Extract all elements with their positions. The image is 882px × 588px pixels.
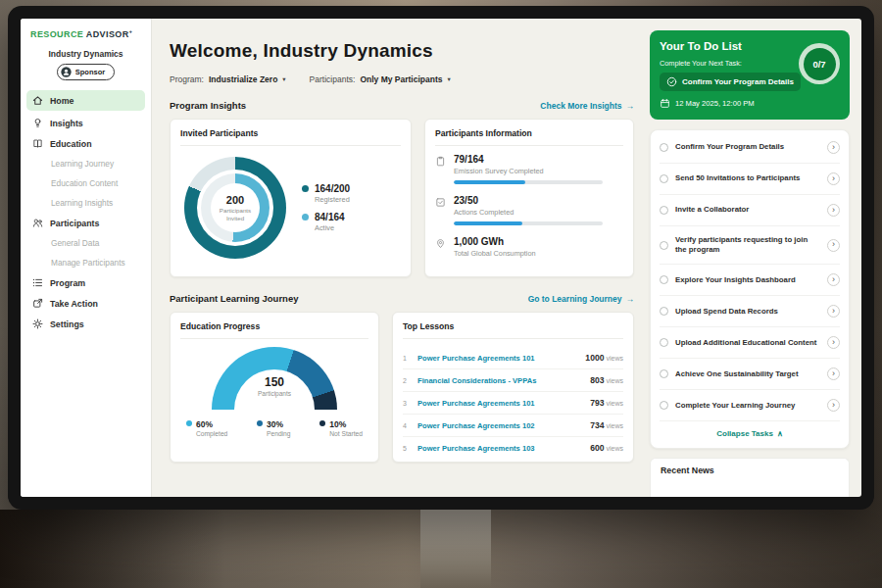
lesson-link[interactable]: Power Purchase Agreements 101: [417, 354, 578, 363]
org-name: Industry Dynamics: [21, 49, 151, 59]
sidebar-item-label: Settings: [50, 319, 84, 329]
collapse-tasks-link[interactable]: Collapse Tasks ∧: [660, 421, 840, 443]
task-row-upload-spend-data[interactable]: Upload Spend Data Records ›: [660, 296, 840, 327]
sidebar-item-learning-insights[interactable]: Learning Insights: [21, 193, 151, 213]
sidebar-item-learning-journey[interactable]: Learning Journey: [21, 154, 151, 173]
consumption-row: 1,000 GWh Total Global Consumption: [435, 236, 623, 263]
task-checkbox[interactable]: [660, 369, 668, 378]
chevron-right-icon[interactable]: ›: [827, 368, 840, 380]
task-checkbox[interactable]: [660, 206, 668, 215]
metric-label: Emission Survey Completed: [454, 167, 603, 175]
actions-completed-row: 23/50 Actions Completed: [435, 195, 623, 225]
lesson-link[interactable]: Power Purchase Agreements 103: [417, 444, 583, 453]
sidebar-item-label: Education: [50, 139, 92, 149]
sidebar-nav: Home Insights Education Learning Journey…: [21, 90, 151, 334]
progress-track: [454, 180, 603, 184]
donut-legend-dot: [302, 185, 309, 192]
chevron-right-icon[interactable]: ›: [827, 305, 840, 318]
legend-value: 164/200: [315, 183, 350, 194]
chevron-up-icon: ∧: [777, 429, 783, 438]
page-title: Welcome, Industry Dynamics: [170, 40, 634, 62]
chevron-down-icon: ▾: [447, 75, 450, 83]
task-row-upload-educational-content[interactable]: Upload Additional Educational Content ›: [660, 327, 840, 359]
sidebar-item-insights[interactable]: Insights: [21, 113, 151, 133]
logo-part1: RESOURCE: [30, 29, 83, 39]
task-row-invite-collaborator[interactable]: Invite a Collaborator ›: [660, 195, 840, 226]
participants-filter[interactable]: Participants: Only My Participants ▾: [310, 74, 451, 84]
task-checkbox[interactable]: [660, 241, 668, 250]
section-title-learning-journey: Participant Learning Journey: [170, 293, 298, 304]
task-checkbox[interactable]: [660, 143, 668, 152]
desk-shadow: [0, 510, 225, 588]
donut-legend-dot: [302, 214, 309, 220]
sidebar-item-education[interactable]: Education: [21, 133, 151, 154]
sidebar-item-settings[interactable]: Settings: [21, 314, 151, 334]
task-label: Upload Additional Educational Content: [675, 338, 820, 348]
legend-label: Completed: [196, 430, 227, 437]
sidebar-item-label: Home: [50, 96, 74, 106]
task-row-confirm-program[interactable]: Confirm Your Program Details ›: [660, 132, 840, 164]
sidebar: RESOURCE ADVISOR+ Industry Dynamics Spon…: [21, 19, 152, 497]
chevron-right-icon[interactable]: ›: [827, 399, 840, 412]
sidebar-item-label: Manage Participants: [51, 258, 125, 268]
task-row-complete-learning-journey[interactable]: Complete Your Learning Journey ›: [660, 390, 840, 421]
chevron-right-icon[interactable]: ›: [827, 336, 840, 349]
participants-filter-label: Participants:: [310, 74, 356, 84]
task-checkbox[interactable]: [660, 338, 668, 347]
location-pin-icon: [435, 238, 446, 249]
lesson-link[interactable]: Power Purchase Agreements 102: [417, 421, 583, 430]
sidebar-item-participants[interactable]: Participants: [21, 213, 151, 233]
sidebar-item-take-action[interactable]: Take Action: [21, 293, 151, 314]
sponsor-label: Sponsor: [75, 68, 105, 76]
card-title: Participants Information: [435, 128, 623, 146]
task-row-explore-insights[interactable]: Explore Your Insights Dashboard ›: [660, 265, 840, 296]
clipboard-icon: [435, 156, 446, 167]
participants-filter-value: Only My Participants: [360, 74, 442, 84]
sidebar-item-manage-participants[interactable]: Manage Participants: [21, 253, 151, 272]
lesson-link[interactable]: Financial Considerations - VPPAs: [417, 376, 583, 385]
sidebar-item-program[interactable]: Program: [21, 272, 151, 293]
sponsor-badge[interactable]: Sponsor: [57, 64, 115, 80]
task-label: Verify participants requesting to join t…: [675, 235, 820, 255]
lesson-views: 600views: [590, 443, 623, 453]
task-row-verify-participants[interactable]: Verify participants requesting to join t…: [660, 226, 840, 265]
legend-label: Not Started: [329, 430, 363, 437]
avatar-icon: [61, 67, 72, 77]
sidebar-item-general-data[interactable]: General Data: [21, 233, 151, 253]
task-checkbox[interactable]: [660, 174, 668, 183]
lesson-link[interactable]: Power Purchase Agreements 101: [417, 399, 583, 408]
chevron-right-icon[interactable]: ›: [827, 204, 840, 217]
education-progress-card: Education Progress 150 Participants 60% …: [170, 312, 379, 463]
program-filter-label: Program:: [170, 74, 204, 84]
progress-fill: [454, 180, 525, 184]
invited-participants-card: Invited Participants 200 Participants In…: [170, 119, 412, 277]
donut-center-label: 200 Participants Invited: [211, 183, 260, 232]
sidebar-item-label: Insights: [50, 119, 83, 128]
task-label: Invite a Collaborator: [675, 205, 820, 215]
chevron-right-icon[interactable]: ›: [827, 141, 840, 154]
check-more-insights-link[interactable]: Check More Insights →: [540, 101, 634, 111]
chevron-right-icon[interactable]: ›: [827, 172, 840, 185]
sidebar-item-home[interactable]: Home: [26, 90, 145, 111]
program-filter[interactable]: Program: Industrialize Zero ▾: [170, 74, 286, 84]
todo-due-label: 12 May 2025, 12:00 PM: [675, 99, 755, 108]
lesson-rank: 1: [403, 355, 411, 362]
task-checkbox[interactable]: [660, 401, 668, 410]
task-label: Confirm Your Program Details: [675, 142, 820, 152]
go-to-learning-journey-link[interactable]: Go to Learning Journey →: [528, 294, 634, 304]
task-row-achieve-target[interactable]: Achieve One Sustainability Target ›: [660, 359, 840, 390]
task-checkbox[interactable]: [660, 307, 668, 316]
lesson-row: 5 Power Purchase Agreements 103 600views: [403, 437, 623, 459]
chevron-right-icon[interactable]: ›: [827, 239, 840, 252]
lesson-row: 1 Power Purchase Agreements 101 1000view…: [403, 347, 623, 369]
sidebar-item-education-content[interactable]: Education Content: [21, 173, 151, 193]
todo-column: Your To Do List Complete Your Next Task:…: [646, 19, 861, 497]
chevron-right-icon[interactable]: ›: [827, 273, 840, 286]
take-action-icon: [32, 298, 43, 309]
lesson-row: 2 Financial Considerations - VPPAs 803vi…: [403, 369, 623, 392]
sidebar-item-label: Learning Insights: [51, 198, 113, 208]
todo-due-date: 12 May 2025, 12:00 PM: [660, 98, 840, 109]
progress-track: [454, 221, 603, 225]
task-row-send-invitations[interactable]: Send 50 Invitations to Participants ›: [660, 164, 840, 195]
task-checkbox[interactable]: [660, 275, 668, 284]
